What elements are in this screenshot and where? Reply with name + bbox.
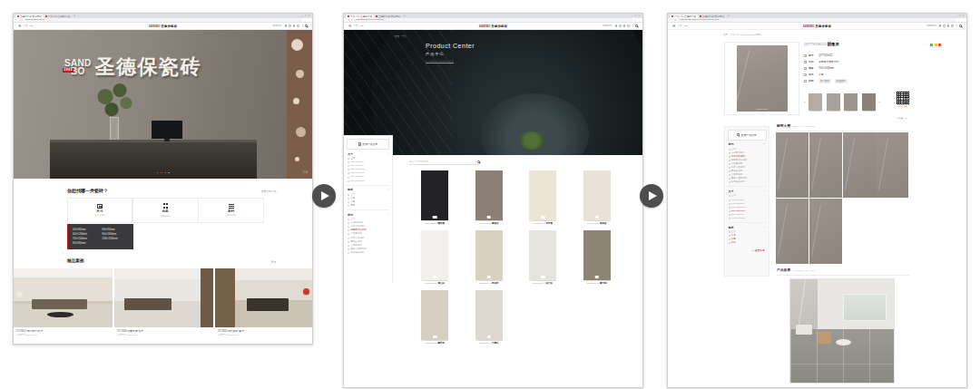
back-icon[interactable]: ‹ [671,18,671,23]
more-cases-link[interactable]: 更多 → [271,260,279,264]
view-all-products-link[interactable]: 查看全部产品 → [261,190,279,193]
contact-link[interactable]: 联系我们 [273,24,282,27]
url-field[interactable]: www.sandbo.com.cn [24,18,302,21]
product-main-image[interactable]: QIT7519012 [724,42,799,115]
contact-link[interactable]: 联系我们 [927,24,936,27]
lang-switch-en[interactable]: EN [360,24,363,27]
product-card[interactable]: QIT7515045 暖沙米 [421,290,448,350]
more-icon[interactable]: ··· [926,43,928,46]
wechat-icon[interactable] [619,24,622,27]
product-card[interactable]: QIT7515047 摩卡棕 [583,230,611,290]
carousel-prev-icon[interactable]: ‹ [804,93,806,111]
play-next-button[interactable] [640,184,663,208]
detail-tile-image[interactable] [776,199,808,264]
detail-tile-image[interactable] [809,199,842,264]
product-card[interactable]: QIT7515049 云雾白 [475,290,503,350]
collapse-icon[interactable]: — [386,152,388,156]
card-by-series[interactable]: 系列 按系列挑选 [198,198,264,223]
lang-switch-cn[interactable]: 中文 [24,24,28,27]
browser-menu-icon[interactable]: ⋮ [308,18,310,23]
share-icon[interactable] [951,24,954,27]
dot-active[interactable] [160,172,164,173]
size-option[interactable]: 800×800mm [73,242,99,245]
carousel-next-icon[interactable]: › [878,93,880,111]
bookmark-icon[interactable]: ☆ [634,18,637,23]
site-logo[interactable]: SANDBO圣德保瓷砖 [803,23,832,30]
case-photo-living-room[interactable] [114,268,213,327]
wechat-icon[interactable] [943,24,946,27]
phone-icon[interactable] [939,24,942,27]
play-next-button[interactable] [312,184,336,208]
lang-switch-cn[interactable]: 中文 [354,24,358,27]
lang-switch-en[interactable]: EN [30,24,33,27]
reload-icon[interactable]: ⟳ [674,18,676,23]
forward-icon[interactable]: › [672,18,673,23]
weibo-icon[interactable] [293,24,296,27]
catalog-button[interactable]: 查看产品画册 [347,139,389,150]
filter-option[interactable]: 黑色 [348,204,388,208]
product-card[interactable]: QIT7515046 曜岩黑 [421,170,448,230]
filter-option[interactable]: 防滑地砖系列 [729,180,766,184]
phone-icon[interactable] [285,24,288,27]
reset-filters-button[interactable]: — 重置筛选 [728,248,767,252]
hero-banner[interactable]: SANDBO1993 圣德保瓷砖 1 / 4 [14,30,312,179]
filter-option[interactable]: 防滑地砖系列 [348,251,388,255]
weibo-share-icon[interactable] [938,44,941,46]
back-icon[interactable]: ‹ [347,18,348,23]
product-swatch[interactable] [844,93,858,111]
filter-option[interactable]: 黑色 [729,241,766,245]
product-space-photo[interactable] [789,278,895,384]
wechat-icon[interactable] [289,24,291,27]
size-option[interactable]: 900×1800mm [102,233,128,236]
share-icon[interactable] [297,24,299,27]
product-swatch[interactable] [862,93,876,111]
reload-icon[interactable]: ⟳ [350,18,352,23]
product-card[interactable]: QIT7515044 浅云灰 [529,230,556,290]
product-card[interactable]: QIT7515041 香槟金 [583,170,611,230]
size-option[interactable]: 1200×2400mm [102,238,128,240]
case-caption[interactable]: ITC7605 现代风格·餐厅应用产品 QIT7515048 [215,329,313,336]
breadcrumb[interactable]: 首页 · 产品 [395,34,407,38]
search-icon[interactable] [635,24,638,27]
dot[interactable] [156,172,157,173]
case-caption[interactable]: ITC7609 轻奢格调·客厅应用产品 QIT7515047 [114,329,213,336]
product-swatch[interactable] [808,93,822,111]
site-logo[interactable]: SANDBO圣德保瓷砖 [479,23,508,30]
space-tag[interactable]: 客厅空间 [818,79,831,83]
card-by-color[interactable]: 色系 按色系挑选 [132,198,199,223]
site-logo[interactable]: SANDBO圣德保瓷砖 [149,23,178,30]
case-caption[interactable]: ITC7612 现代简约·客厅应用产品 QIT7515040 [14,329,113,336]
detail-tile-image[interactable] [776,132,808,198]
hamburger-menu-icon[interactable]: ☰ [348,24,351,28]
service-float-button[interactable] [303,288,309,295]
browser-menu-icon[interactable]: ⋮ [638,18,641,23]
search-input[interactable] [409,160,475,163]
filter-option[interactable]: 900×1800mm [348,180,388,183]
hamburger-menu-icon[interactable]: ☰ [18,24,21,28]
lang-switch-en[interactable]: EN [684,24,687,27]
wechat-share-icon[interactable] [930,44,933,46]
reload-icon[interactable]: ⟳ [20,18,22,23]
forward-icon[interactable]: › [18,18,19,23]
back-icon[interactable]: ‹ [16,18,17,23]
carousel-dots[interactable] [156,172,169,173]
bookmark-icon[interactable]: ☆ [304,18,307,23]
search-icon[interactable] [959,24,962,27]
collapse-icon[interactable]: — [386,213,388,217]
share-icon[interactable] [627,24,630,27]
collapse-icon[interactable]: — [386,188,388,191]
size-option[interactable]: 900×900mm [102,229,128,231]
detail-tile-image[interactable] [809,132,842,198]
hamburger-menu-icon[interactable]: ☰ [672,24,675,28]
size-option[interactable]: 600×1200mm [73,233,99,236]
contact-link[interactable]: 联系我们 [603,24,612,27]
collapse-icon[interactable]: — [763,190,766,193]
catalog-button[interactable]: 查看产品画册 [728,130,767,141]
card-by-size[interactable]: 尺寸 按尺寸挑选 [67,198,133,223]
weibo-icon[interactable] [947,24,950,27]
collapse-icon[interactable]: — [763,226,766,229]
bookmark-icon[interactable]: ☆ [958,18,961,23]
phone-icon[interactable] [615,24,618,27]
size-option[interactable]: 750×1500mm [73,238,99,240]
product-card[interactable]: QIT7515042 米罗黄 [529,170,556,230]
